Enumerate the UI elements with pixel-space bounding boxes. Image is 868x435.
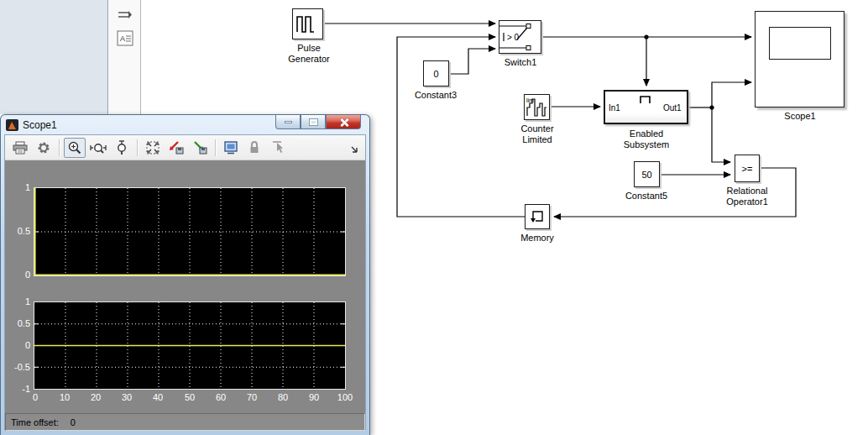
label-memory: Memory <box>504 233 571 244</box>
signal-selection-icon <box>270 140 285 155</box>
x-tick-label: 70 <box>239 392 264 402</box>
scope-toolbar <box>5 135 365 160</box>
block-scope1[interactable] <box>755 11 844 107</box>
x-tick-label: 100 <box>332 392 358 402</box>
dock-arrow-icon[interactable] <box>350 142 360 157</box>
toolbar-separator <box>215 139 216 156</box>
block-relational-operator1[interactable]: >= <box>735 155 760 182</box>
lock-icon <box>248 140 261 155</box>
block-constant5[interactable]: 50 <box>634 161 660 187</box>
autoscale-icon <box>145 140 160 155</box>
x-tick-label: 30 <box>114 392 139 402</box>
print-button[interactable] <box>9 138 31 158</box>
zoom-y-button[interactable] <box>111 138 133 158</box>
y-tick-label: 1 <box>5 296 30 307</box>
block-switch1[interactable]: > 0 <box>499 20 541 54</box>
restore-axes-icon <box>191 140 208 155</box>
save-axes-settings-button[interactable] <box>165 138 187 158</box>
counter-wave-icon: lim <box>526 96 548 118</box>
close-button[interactable] <box>326 115 361 129</box>
label-constant5: Constant5 <box>613 191 680 202</box>
x-tick-label: 10 <box>52 392 77 402</box>
svg-text:Out1: Out1 <box>663 103 682 113</box>
minimize-icon <box>285 121 292 123</box>
y-tick-label: 1 <box>5 182 30 192</box>
x-tick-label: 60 <box>208 392 233 402</box>
floating-scope-button[interactable] <box>220 138 242 158</box>
matlab-icon <box>6 119 18 131</box>
gear-icon <box>36 140 51 155</box>
block-memory[interactable] <box>525 204 550 229</box>
lock-axes-button[interactable] <box>243 138 265 158</box>
y-tick-label: 0.5 <box>5 318 30 328</box>
svg-text:lim: lim <box>526 97 534 103</box>
parameters-button[interactable] <box>33 138 55 158</box>
block-counter-limited[interactable]: lim <box>524 94 550 120</box>
minimize-button[interactable] <box>275 115 301 129</box>
relational-operator-symbol: >= <box>742 164 753 174</box>
signal-selection-button[interactable] <box>267 138 289 158</box>
zoom-y-icon <box>115 140 128 155</box>
x-tick-label: 40 <box>145 392 170 402</box>
label-scope1: Scope1 <box>765 111 835 122</box>
y-tick-label: 0 <box>5 270 30 280</box>
block-pulse-generator[interactable] <box>292 8 323 39</box>
maximize-icon <box>310 119 317 125</box>
constant5-value: 50 <box>641 170 651 180</box>
label-counter-limited: Counter Limited <box>504 123 571 145</box>
floating-scope-icon <box>223 140 238 155</box>
enable-port-icon <box>641 97 650 103</box>
autoscale-button[interactable] <box>142 138 164 158</box>
zoom-x-button[interactable] <box>87 138 109 158</box>
zoom-x-icon <box>90 141 107 155</box>
x-tick-label: 20 <box>83 392 108 402</box>
screen: A Pulse <box>0 0 868 435</box>
pulse-wave-icon <box>296 14 319 34</box>
block-constant3[interactable]: 0 <box>423 60 449 86</box>
time-offset-value: 0 <box>71 417 76 427</box>
y-tick-label: 0.5 <box>5 226 30 236</box>
time-offset-label: Time offset: <box>11 417 59 427</box>
maximize-button[interactable] <box>301 115 326 129</box>
restore-axes-settings-button[interactable] <box>189 138 211 158</box>
scope1-window: Scope1 <box>0 114 370 435</box>
label-constant3: Constant3 <box>402 90 469 101</box>
x-tick-label: 90 <box>301 392 327 402</box>
x-tick-label: 50 <box>177 392 202 402</box>
label-relational-operator1: Relational Operator1 <box>714 186 781 207</box>
label-pulse-generator: Pulse Generator <box>267 43 351 65</box>
scope-display-2[interactable] <box>34 301 346 390</box>
zoom-button[interactable] <box>64 138 86 158</box>
svg-text:> 0: > 0 <box>507 33 520 42</box>
toolbar-separator <box>137 139 138 156</box>
constant3-value: 0 <box>433 69 438 79</box>
scope-screen-icon <box>769 27 831 60</box>
x-tick-label: 80 <box>270 392 295 402</box>
scope-plot-panel: 1 0.5 0 1 <box>5 160 365 413</box>
x-tick-label: 0 <box>23 392 48 402</box>
svg-text:In1: In1 <box>609 103 620 113</box>
save-axes-icon <box>168 140 185 155</box>
toolbar-separator <box>59 139 60 156</box>
scope1-titlebar[interactable]: Scope1 <box>4 115 366 134</box>
block-enabled-subsystem[interactable]: In1 Out1 <box>604 90 688 124</box>
label-switch1: Switch1 <box>487 57 554 68</box>
window-title: Scope1 <box>23 119 57 131</box>
close-icon <box>339 118 348 127</box>
zoom-icon <box>67 140 82 155</box>
print-icon <box>13 141 28 155</box>
label-enabled-subsystem: Enabled Subsystem <box>604 128 688 150</box>
scope-display-1[interactable] <box>34 187 346 276</box>
y-tick-label: 0 <box>5 340 30 350</box>
memory-loop-icon <box>528 207 546 226</box>
y-tick-label: -0.5 <box>5 362 30 372</box>
scope-statusbar: Time offset: 0 <box>5 413 365 431</box>
